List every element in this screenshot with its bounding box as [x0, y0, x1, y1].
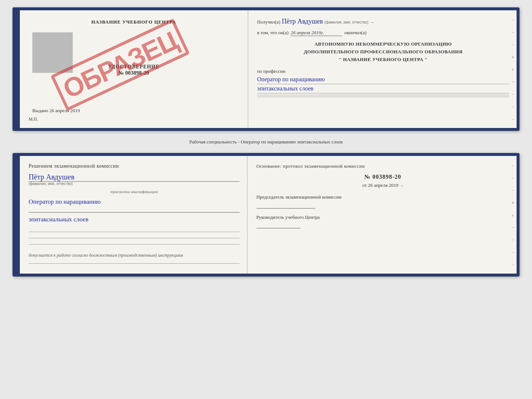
top-document-card: НАЗВАНИЕ УЧЕБНОГО ЦЕНТРА ОБРАЗЕЦ УДОСТОВ… — [12, 7, 520, 131]
card-spine-bottom — [15, 156, 20, 274]
po-professii-label: по профессии — [257, 68, 285, 74]
professiya-line1: Оператор по наращиванию — [257, 75, 509, 84]
bottom-document-card: Решением экзаменационной комиссии Пётр А… — [12, 153, 520, 277]
poluchil-row: Получил(а) Пётр Авдушев (фамилия, имя, о… — [257, 18, 509, 25]
po-professii-block: по профессии Оператор по наращиванию эпи… — [257, 68, 509, 99]
stamp-area: ОБРАЗЕЦ УДОСТОВЕРЕНИЕ № 003898-20 — [29, 29, 239, 100]
dopuskaetsya-text: допускается к работе согласно должностны… — [29, 253, 240, 258]
poluchil-prefix: Получил(а) — [257, 19, 280, 25]
vtom-prefix: в том, что он(а) — [257, 30, 289, 36]
photo-placeholder — [32, 32, 73, 73]
kval-line2: эпитаксиальных слоев — [29, 216, 89, 223]
rukovoditel-sig-line — [256, 228, 301, 228]
org-line3: " НАЗВАНИЕ УЧЕБНОГО ЦЕНТРА " — [257, 56, 509, 64]
name-row-bottom: Пётр Авдушев (фамилия, имя, отчество) — [29, 173, 240, 186]
familiya-hint-top: (фамилия, имя, отчество) — [324, 20, 369, 24]
rukovoditel-text: Руководитель учебного Центра — [256, 214, 509, 229]
okonchil-label: окончил(а) — [344, 30, 366, 36]
divider-line1 — [257, 95, 509, 95]
bottom-left-panel: Решением экзаменационной комиссии Пётр А… — [20, 156, 248, 274]
org-line2: ДОПОЛНИТЕЛЬНОГО ПРОФЕССИОНАЛЬНОГО ОБРАЗО… — [257, 48, 509, 56]
specialty-label: Рабочая специальность - Оператор по нара… — [189, 137, 343, 147]
vtom-row: в том, что он(а) 26 апреля 2019г. окончи… — [257, 30, 509, 36]
ot-label: от — [362, 182, 367, 188]
professiya-line2: эпитаксиальных слоев — [257, 84, 509, 93]
kval-underline — [29, 212, 240, 213]
sig-line2 — [29, 238, 240, 238]
protocol-number: № 003898-20 — [256, 174, 509, 180]
resheniem-text: Решением экзаменационной комиссии — [29, 163, 240, 169]
right-panel-content: Получил(а) Пётр Авдушев (фамилия, имя, о… — [257, 18, 509, 99]
side-dashes-bottom: – – – и а ← – – – — [511, 156, 517, 274]
top-left-panel: НАЗВАНИЕ УЧЕБНОГО ЦЕНТРА ОБРАЗЕЦ УДОСТОВ… — [20, 10, 248, 128]
org-block: АВТОНОМНУЮ НЕКОММЕРЧЕСКУЮ ОРГАНИЗАЦИЮ ДО… — [257, 40, 509, 63]
kval-text: Оператор по наращиванию эпитаксиальных с… — [29, 197, 240, 224]
kval-line1: Оператор по наращиванию — [29, 198, 101, 205]
ot-date-row: от 26 апреля 2019 – — [256, 182, 509, 188]
mp-label: М.П. — [29, 117, 38, 122]
bottom-signature-lines — [29, 230, 240, 246]
top-right-panel: Получил(а) Пётр Авдушев (фамилия, имя, о… — [248, 10, 517, 128]
sig-line1 — [29, 232, 240, 232]
dopusk-underline — [29, 263, 240, 264]
vydano-label: Выдано — [32, 108, 48, 113]
sig-line3 — [29, 244, 240, 245]
bottom-name: Пётр Авдушев — [29, 173, 240, 181]
vydano-date: 26 апреля 2019 — [50, 108, 80, 113]
predsedatel-text: Председатель экзаменационной комиссии — [256, 193, 509, 209]
side-dashes-top: – – – и а ← – – – — [511, 10, 517, 128]
prisvoyena-label: присвоена квалификация — [29, 189, 240, 194]
ot-date-value: 26 апреля 2019 — [368, 182, 399, 188]
predsedatel-sig-line — [256, 208, 315, 209]
right-bottom-content: Основание: протокол экзаменационной коми… — [256, 163, 509, 228]
familiya-hint-bottom: (фамилия, имя, отчество) — [29, 182, 240, 186]
osnovanie-text: Основание: протокол экзаменационной коми… — [256, 163, 509, 169]
divider-line2 — [257, 97, 509, 97]
poluchil-name: Пётр Авдушев — [282, 18, 323, 25]
bottom-right-panel: Основание: протокол экзаменационной коми… — [248, 156, 517, 274]
vtom-date: 26 апреля 2019г. — [291, 30, 342, 36]
card-spine-top — [15, 10, 20, 128]
org-line1: АВТОНОМНУЮ НЕКОММЕРЧЕСКУЮ ОРГАНИЗАЦИЮ — [257, 40, 509, 48]
